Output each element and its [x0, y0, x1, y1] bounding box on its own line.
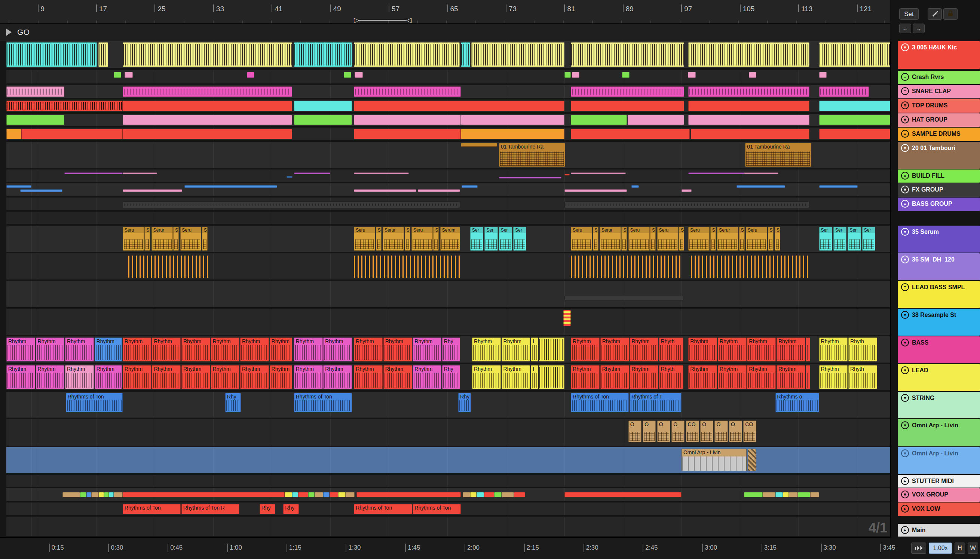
clip[interactable]: Rhythms of Ton [66, 393, 123, 412]
clip[interactable] [688, 42, 809, 67]
clip[interactable]: Rhythm [294, 337, 323, 361]
clip[interactable]: Rhythms of Ton [412, 504, 461, 514]
clip[interactable] [471, 42, 564, 67]
clip[interactable]: Rhythms of Ton [123, 504, 181, 514]
clip[interactable] [688, 115, 809, 125]
group-menu-icon[interactable]: ≡ [901, 200, 909, 208]
clip[interactable] [354, 256, 461, 278]
track-header-vox-low[interactable]: ▸VOX LOW [898, 503, 980, 516]
clip[interactable]: Rhythm [152, 337, 181, 361]
clip[interactable] [622, 72, 630, 78]
track-header-36-sm-dh-120[interactable]: ▾36 SM_DH_120 [898, 253, 980, 280]
clip[interactable]: Rhythm [7, 337, 35, 361]
clip[interactable] [819, 185, 858, 188]
clip[interactable] [688, 72, 696, 78]
clip[interactable]: Seru [571, 227, 592, 251]
group-menu-icon[interactable]: ≡ [901, 87, 909, 95]
clip[interactable] [461, 129, 564, 139]
clip[interactable]: Seru [411, 227, 433, 251]
clip[interactable]: Seru [629, 227, 650, 251]
clip[interactable]: Rhythm [747, 365, 776, 389]
clip[interactable]: Rhythm [323, 337, 352, 361]
clip[interactable]: Rhy [283, 504, 299, 514]
track-header-35-serum[interactable]: ▾35 Serum [898, 226, 980, 253]
clip[interactable]: Rhythm [123, 337, 152, 361]
clip[interactable] [354, 86, 461, 97]
clip[interactable] [308, 492, 315, 497]
clip[interactable]: Rhythm [777, 365, 805, 389]
clip[interactable] [502, 492, 514, 497]
clip[interactable]: Serur [383, 227, 404, 251]
clip[interactable]: Rhythm [630, 365, 658, 389]
clip[interactable]: Rhythm [383, 365, 412, 389]
clip[interactable] [185, 185, 277, 188]
chevron-down-icon[interactable]: ▾ [901, 366, 909, 374]
waveform-zoom-button[interactable] [911, 542, 926, 554]
clip[interactable] [123, 492, 285, 497]
clip[interactable] [572, 72, 579, 78]
clip[interactable] [571, 101, 684, 111]
draw-mode-button[interactable] [928, 8, 942, 20]
play-icon[interactable]: ▸ [901, 505, 909, 513]
clip[interactable]: S [593, 227, 599, 251]
clip[interactable] [631, 185, 639, 188]
group-menu-icon[interactable]: ≡ [901, 101, 909, 109]
clip[interactable] [564, 174, 569, 175]
clip[interactable]: Ser [513, 227, 526, 251]
clip[interactable]: Rhythm [601, 365, 629, 389]
clip[interactable] [736, 185, 785, 188]
clip[interactable] [80, 492, 86, 497]
clip[interactable]: O [657, 420, 670, 442]
clip[interactable]: Rhythm [819, 365, 848, 389]
clip[interactable] [128, 256, 208, 278]
track-header-top-drums[interactable]: ≡TOP DRUMS [898, 99, 980, 112]
lane-leadbass[interactable] [7, 281, 890, 308]
lane-smdh120[interactable] [7, 253, 890, 280]
clip[interactable]: Rhythm [270, 337, 292, 361]
clip[interactable] [819, 115, 891, 125]
chevron-down-icon[interactable]: ▾ [901, 311, 909, 319]
lane-bassgroup[interactable] [7, 198, 890, 211]
clip[interactable]: Seru [746, 227, 767, 251]
right-scroll-strip[interactable]: ▶ [890, 0, 898, 537]
clip[interactable]: Rhythm [354, 337, 383, 361]
clip[interactable] [292, 492, 299, 497]
clip[interactable] [819, 129, 891, 139]
clip[interactable] [477, 492, 484, 497]
clip[interactable]: Seru [657, 227, 678, 251]
clip[interactable]: S [405, 227, 410, 251]
clip[interactable]: Serur [152, 227, 173, 251]
clip[interactable]: S [621, 227, 627, 251]
clip[interactable]: O [700, 420, 713, 442]
group-menu-icon[interactable]: ≡ [901, 73, 909, 81]
clip[interactable]: Rhyth [659, 365, 683, 389]
track-header-sample-drums[interactable]: ≡SAMPLE DRUMS [898, 127, 980, 141]
clip[interactable] [628, 115, 684, 125]
clip[interactable]: Rhythm [36, 365, 65, 389]
clip[interactable] [114, 492, 122, 497]
clip[interactable]: Rhythm [181, 337, 210, 361]
clip[interactable]: Ser [862, 227, 875, 251]
clip[interactable] [355, 72, 363, 78]
play-icon[interactable]: ▸ [901, 477, 909, 485]
clip[interactable]: Seru [180, 227, 201, 251]
clip[interactable] [539, 337, 565, 361]
group-menu-icon[interactable]: ≡ [901, 172, 909, 180]
clip[interactable] [571, 115, 627, 125]
clip[interactable]: Seru [688, 227, 709, 251]
clip[interactable] [20, 189, 63, 192]
clip[interactable]: Rhy [442, 365, 460, 389]
clip[interactable] [323, 492, 330, 497]
lane-string[interactable]: Rhythms of TonRhyRhythms of TonRhyRhythm… [7, 392, 890, 418]
chevron-down-icon[interactable]: ▾ [901, 144, 909, 152]
clip[interactable]: 01 Tambourine Ra [499, 143, 565, 167]
lane-voxgroup[interactable] [7, 488, 890, 502]
clip[interactable] [104, 492, 109, 497]
clip[interactable]: Rhyth [848, 365, 877, 389]
clip[interactable]: S [768, 227, 774, 251]
chevron-down-icon[interactable]: ▾ [901, 228, 909, 236]
chevron-down-icon[interactable]: ▾ [901, 449, 909, 457]
zoom-level[interactable]: 1.00x [929, 542, 952, 554]
clip[interactable]: Rhythm [211, 365, 239, 389]
clip[interactable] [7, 185, 31, 188]
